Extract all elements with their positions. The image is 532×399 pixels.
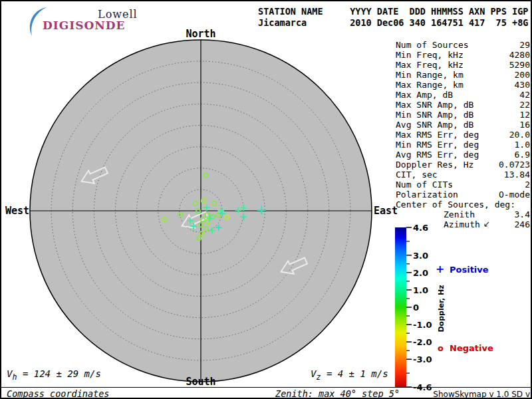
source-point-negative [162,217,166,221]
info-row: Avg RMS Err, deg6.9 [396,150,530,160]
source-point-positive [215,224,222,231]
coordinates-note: Compass coordinates [7,388,109,399]
info-row: Min Range, km200 [396,70,530,80]
source-point-positive [217,207,224,214]
negative-circle-icon: o [438,343,444,353]
info-value: 29 [519,40,530,50]
info-row: Num of Sources29 [396,40,530,50]
info-row: Max SNR Amp, dB22 [396,100,530,110]
colorbar-tick-label: 0 [413,303,419,313]
positive-plus-icon: + [436,263,444,275]
compass-label-west: West [4,205,29,217]
info-label: Max Range, km [396,80,464,90]
source-point-negative [199,223,203,227]
source-point-negative [204,227,208,231]
footer-divider [1,387,531,388]
colorbar-tick-label: -3.0 [413,354,432,364]
vertical-velocity-readout: Vz = 4 ± 1 m/s [311,368,388,382]
info-value: O-mode [499,190,530,200]
colorbar-tick-label: 3.0 [413,251,428,261]
info-value: 0.0723 [499,160,530,170]
colorbar-tick-label: 2.0 [413,268,428,278]
info-row: Num of CITs2 [396,180,530,190]
legend-negative-label: Negative [450,343,493,353]
showskymap-window: Lowell DIGISONDE STATION NAME YYYY DATE … [0,0,532,399]
source-point-positive [190,223,197,229]
info-label: Polarization [396,190,458,200]
drift-direction-arrow [78,164,109,188]
source-point-negative [212,201,216,205]
source-point-negative [216,213,220,217]
info-value: 6.9 [515,150,530,160]
zenith-ring [116,126,287,297]
drift-direction-arrow [278,254,309,278]
colorbar-axis-title: Doppler, Hz [437,282,446,335]
info-row: Min Freq, kHz4280 [396,50,530,60]
source-point-positive [235,207,242,213]
info-label: Max Freq, kHz [396,60,464,70]
info-value: 246 [515,219,530,229]
drift-direction-arrow [179,208,209,232]
info-row: Max Amp, dB42 [396,90,530,100]
compass-label-north: North [174,28,227,40]
source-point-positive [240,213,247,220]
info-label: Max Amp, dB [396,90,453,100]
source-point-negative [201,199,205,203]
info-value: 42 [519,90,530,100]
sky-disk [30,40,372,382]
zenith-ring [94,104,307,317]
zenith-ring [137,147,265,275]
info-label: Max RMS Err, deg [396,130,479,140]
zenith-ring [158,168,244,254]
info-row: CIT, sec13.84 [396,170,530,180]
compass-label-south: South [174,376,227,388]
station-header-labels: STATION NAME YYYY DATE DDD HHMMSS AXN PP… [258,6,528,17]
source-point-negative [211,215,215,219]
info-value: 13.84 [504,170,530,180]
source-point-positive [206,215,213,221]
colorbar-tick-label: -4.6 [413,382,432,392]
info-label: Min RMS Err, deg [396,140,479,150]
source-point-positive [187,217,194,224]
zenith-scale-note: Zenith: max 40° step 5° [275,388,400,399]
info-value: 4280 [509,50,530,60]
vh-value: = 124 ± 29 m/s [17,368,100,379]
source-point-negative [203,173,207,177]
info-row: Max Freq, kHz5290 [396,60,530,70]
info-label: CIT, sec [396,170,438,180]
info-label: Azimuth [396,219,489,229]
lowell-digisonde-logo: Lowell DIGISONDE [8,5,174,35]
info-label: Doppler Res, Hz [396,160,473,170]
info-label: Num of CITs [396,180,453,190]
logo-digisonde-text: DIGISONDE [43,19,126,32]
measurement-info-table: Num of Sources29Min Freq, kHz4280Max Fre… [396,40,530,229]
source-point-negative [225,215,229,219]
source-point-negative [194,201,198,205]
vz-value: = 4 ± 1 m/s [321,368,388,379]
colorbar-tick-label: -1.0 [413,320,432,330]
info-value: 20.0 [509,130,530,140]
info-value: 5290 [509,60,530,70]
zenith-ring [72,82,329,339]
info-row: Center of Sources, deg: [396,200,530,209]
info-label: Num of Sources [396,40,469,50]
info-label: Avg RMS Err, deg [396,150,479,160]
info-row: Doppler Res, Hz0.0723 [396,160,530,170]
info-label: Center of Sources, deg: [396,200,515,209]
software-version-note: ShowSkymap v 1.0 SD v 4.2 [420,390,530,399]
source-point-negative [200,231,204,235]
info-row: Max Range, km430 [396,80,530,90]
azimuth-direction-icon [483,221,489,227]
info-row: Zenith3.4 [396,209,530,219]
info-label: Min SNR Amp, dB [396,110,473,120]
info-value: 3.4 [515,209,530,219]
info-row: Avg SNR Amp, dB16 [396,120,530,130]
info-value: 430 [515,80,530,90]
info-value: 1.0 [515,140,530,150]
info-value: 12 [519,110,530,120]
info-label: Avg SNR Amp, dB [396,120,473,130]
station-header-values: Jicamarca 2010 Dec06 340 164751 417 75 +… [258,17,528,28]
info-value: 200 [515,70,530,80]
colorbar-tick-label: 4.6 [413,223,428,233]
info-value: 22 [519,100,530,110]
